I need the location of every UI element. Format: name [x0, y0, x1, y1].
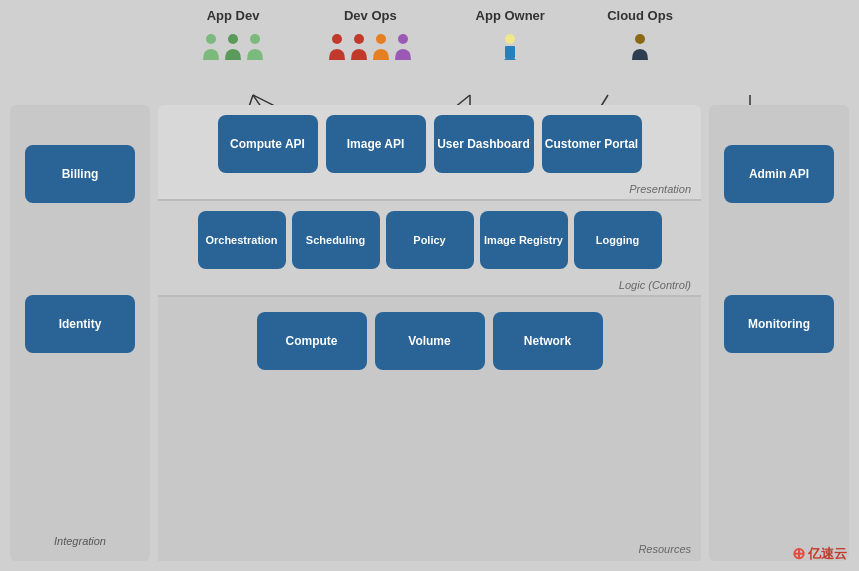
person-icon [393, 32, 413, 62]
logic-label: Logic (Control) [619, 279, 691, 291]
person-icon [327, 32, 347, 62]
watermark-icon: ⊕ [792, 544, 805, 563]
admin-api-box: Admin API [724, 145, 834, 203]
person-icon [245, 32, 265, 62]
svg-point-2 [250, 34, 260, 44]
logic-layer: Orchestration Scheduling Policy Image Re… [158, 199, 701, 295]
svg-rect-8 [505, 46, 515, 58]
svg-point-6 [398, 34, 408, 44]
persona-label: Cloud Ops [607, 8, 673, 23]
svg-point-4 [354, 34, 364, 44]
scheduling-box: Scheduling [292, 211, 380, 269]
watermark-text: 亿速云 [808, 545, 847, 563]
persona-dev-ops: Dev Ops [327, 8, 413, 62]
person-icon [201, 32, 221, 62]
persona-cloud-ops: Cloud Ops [607, 8, 673, 62]
resources-layer: Compute Volume Network Resources [158, 295, 701, 561]
svg-point-3 [332, 34, 342, 44]
person-icon [223, 32, 243, 62]
logging-box: Logging [574, 211, 662, 269]
right-panel: Admin API Monitoring [709, 105, 849, 561]
identity-box: Identity [25, 295, 135, 353]
persona-label: Dev Ops [344, 8, 397, 23]
integration-label: Integration [10, 535, 150, 547]
svg-point-5 [376, 34, 386, 44]
compute-box: Compute [257, 312, 367, 370]
customer-portal-box: Customer Portal [542, 115, 642, 173]
persona-app-owner: App Owner [476, 8, 545, 62]
left-panel: Billing Identity Integration [10, 105, 150, 561]
main-container: App Dev Dev Ops [0, 0, 859, 571]
presentation-label: Presentation [629, 183, 691, 195]
svg-point-9 [635, 34, 645, 44]
svg-point-0 [206, 34, 216, 44]
user-dashboard-box: User Dashboard [434, 115, 534, 173]
monitoring-box: Monitoring [724, 295, 834, 353]
person-icon [349, 32, 369, 62]
persona-label: App Owner [476, 8, 545, 23]
resources-label: Resources [638, 543, 691, 555]
svg-point-7 [505, 34, 515, 44]
svg-point-1 [228, 34, 238, 44]
person-icon [500, 32, 520, 62]
policy-box: Policy [386, 211, 474, 269]
person-icon [630, 32, 650, 62]
image-registry-box: Image Registry [480, 211, 568, 269]
persona-app-dev: App Dev [201, 8, 265, 62]
compute-api-box: Compute API [218, 115, 318, 173]
volume-box: Volume [375, 312, 485, 370]
person-icon [371, 32, 391, 62]
orchestration-box: Orchestration [198, 211, 286, 269]
billing-box: Billing [25, 145, 135, 203]
center-area: Compute API Image API User Dashboard Cus… [158, 105, 701, 561]
presentation-layer: Compute API Image API User Dashboard Cus… [158, 105, 701, 199]
network-box: Network [493, 312, 603, 370]
watermark: ⊕ 亿速云 [792, 544, 847, 563]
persona-label: App Dev [207, 8, 260, 23]
image-api-box: Image API [326, 115, 426, 173]
